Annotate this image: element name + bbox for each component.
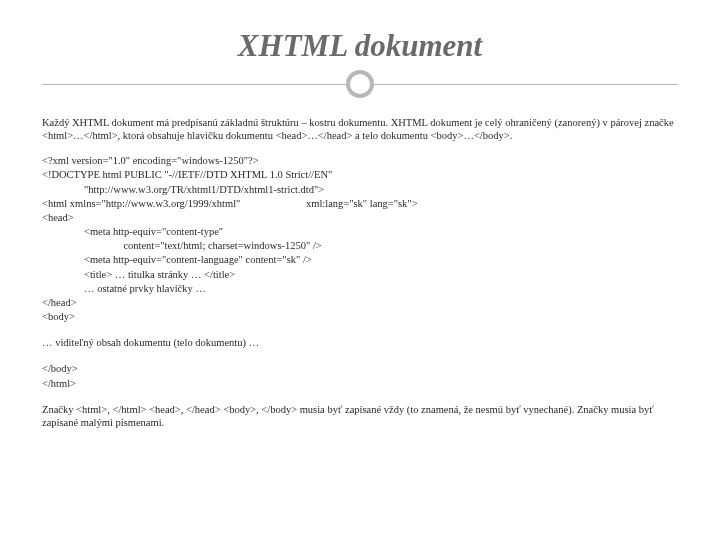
ornament-line-left — [42, 84, 348, 85]
title-ornament — [42, 70, 678, 98]
ornament-line-right — [372, 84, 678, 85]
slide-title: XHTML dokument — [42, 28, 678, 64]
footer-note: Značky <html>, </html> <head>, </head> <… — [42, 403, 678, 429]
code-block: <?xml version="1.0" encoding="windows-12… — [42, 154, 678, 324]
intro-paragraph: Každý XHTML dokument má predpísanú zákla… — [42, 116, 678, 142]
ornament-circle-icon — [346, 70, 374, 98]
body-content-placeholder: … viditeľný obsah dokumentu (telo dokume… — [42, 336, 678, 350]
closing-tags: </body> </html> — [42, 362, 678, 390]
slide: XHTML dokument Každý XHTML dokument má p… — [0, 0, 720, 540]
